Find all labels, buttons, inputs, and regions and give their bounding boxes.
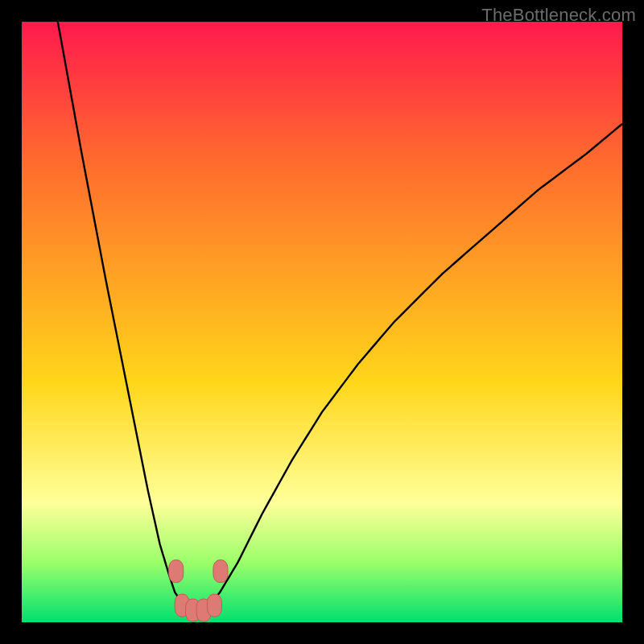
watermark-text: TheBottleneck.com — [481, 5, 636, 26]
data-marker — [213, 560, 228, 583]
gradient-background — [22, 22, 622, 622]
data-marker — [207, 594, 221, 617]
plot-area — [22, 22, 622, 622]
bottleneck-chart — [22, 22, 622, 622]
data-marker — [169, 560, 184, 583]
